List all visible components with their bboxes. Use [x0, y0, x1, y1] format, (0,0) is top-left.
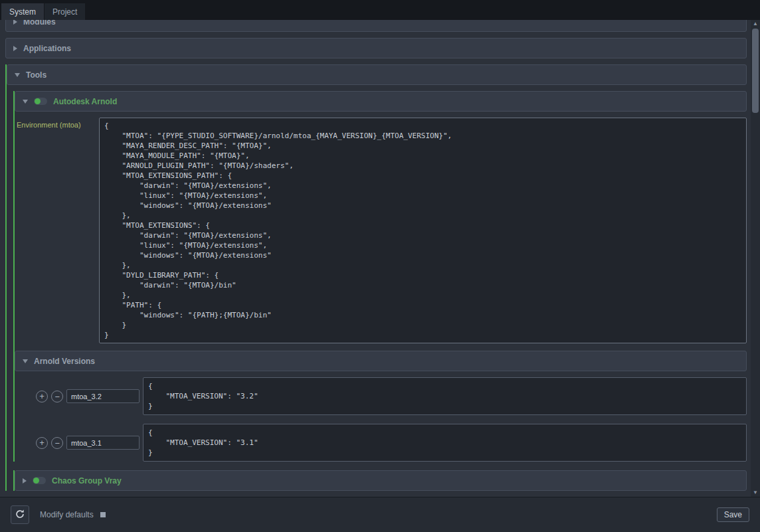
chaos-group-vray-header-label: Chaos Group Vray: [52, 476, 122, 486]
applications-header-label: Applications: [23, 44, 71, 53]
vertical-scrollbar[interactable]: ▲ ▼: [751, 20, 760, 497]
environment-label: Environment (mtoa): [15, 118, 99, 343]
settings-content: Modules Applications Tools Autodesk Arno…: [0, 20, 751, 497]
tools-header[interactable]: Tools: [7, 64, 747, 85]
environment-json-text: { "MTOA": "{PYPE_STUDIO_SOFTWARE}/arnold…: [104, 121, 741, 340]
scrollbar-thumb[interactable]: [752, 29, 759, 113]
tab-system[interactable]: System: [1, 3, 44, 20]
settings-window: System Project Modules Applications Tool: [0, 0, 760, 532]
save-button[interactable]: Save: [717, 507, 749, 522]
remove-version-button[interactable]: −: [51, 437, 63, 449]
version-name-input[interactable]: [66, 389, 140, 403]
group-autodesk-arnold: Autodesk Arnold Environment (mtoa) { "MT…: [13, 91, 747, 462]
modify-defaults-label: Modify defaults: [40, 510, 94, 519]
environment-editor[interactable]: { "MTOA": "{PYPE_STUDIO_SOFTWARE}/arnold…: [99, 118, 747, 343]
arnold-versions-header-label: Arnold Versions: [34, 357, 95, 366]
refresh-button[interactable]: [11, 505, 29, 524]
version-json-text: { "MTOA_VERSION": "3.1" }: [148, 428, 741, 458]
footer-bar: Modify defaults Save: [0, 497, 760, 532]
add-version-button[interactable]: +: [36, 391, 48, 402]
chevron-right-icon: [13, 46, 17, 51]
chevron-down-icon: [23, 100, 28, 104]
scroll-up-icon[interactable]: ▲: [751, 20, 760, 28]
enabled-toggle-icon[interactable]: [34, 98, 47, 105]
section-modules: Modules: [5, 20, 747, 32]
group-chaos-group-vray: Chaos Group Vray: [13, 470, 747, 491]
modules-header-label: Modules: [23, 20, 56, 27]
version-json-editor[interactable]: { "MTOA_VERSION": "3.1" }: [143, 424, 747, 462]
scroll-down-icon[interactable]: ▼: [751, 489, 760, 497]
section-tools: Tools Autodesk Arnold Environment (mtoa)…: [5, 64, 747, 491]
chevron-down-icon: [23, 359, 28, 363]
add-version-button[interactable]: +: [36, 437, 48, 449]
modify-defaults-checkbox[interactable]: [100, 512, 106, 517]
modules-header[interactable]: Modules: [5, 20, 747, 32]
chevron-right-icon: [23, 478, 27, 484]
tab-project[interactable]: Project: [45, 3, 85, 20]
tab-project-label: Project: [52, 7, 77, 17]
chevron-right-icon: [13, 20, 17, 25]
version-name-input[interactable]: [66, 436, 140, 450]
applications-header[interactable]: Applications: [5, 38, 747, 58]
tools-header-label: Tools: [26, 70, 47, 80]
refresh-icon: [15, 509, 25, 521]
version-json-text: { "MTOA_VERSION": "3.2" }: [148, 381, 741, 411]
autodesk-arnold-header[interactable]: Autodesk Arnold: [15, 91, 747, 112]
version-row: + − { "MTOA_VERSION": "3.1" }: [36, 424, 747, 462]
enabled-toggle-icon[interactable]: [33, 477, 46, 484]
arnold-versions-header[interactable]: Arnold Versions: [15, 351, 747, 371]
section-applications: Applications: [5, 38, 747, 58]
version-row: + − { "MTOA_VERSION": "3.2" }: [36, 377, 747, 415]
chaos-group-vray-header[interactable]: Chaos Group Vray: [15, 470, 747, 491]
autodesk-arnold-header-label: Autodesk Arnold: [53, 97, 117, 106]
tab-bar: System Project: [0, 0, 760, 20]
chevron-down-icon: [15, 73, 20, 77]
tab-system-label: System: [9, 7, 36, 17]
version-json-editor[interactable]: { "MTOA_VERSION": "3.2" }: [143, 377, 747, 415]
environment-row: Environment (mtoa) { "MTOA": "{PYPE_STUD…: [15, 118, 747, 343]
remove-version-button[interactable]: −: [51, 391, 63, 402]
